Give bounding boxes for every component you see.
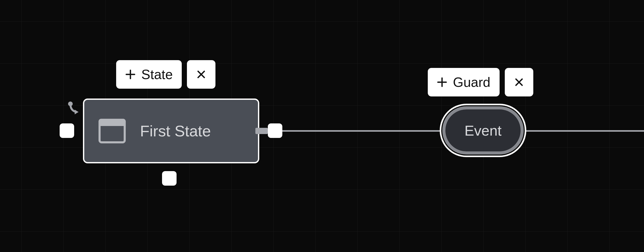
close-icon <box>196 69 206 80</box>
event-node-label: Event <box>464 122 501 139</box>
add-guard-label: Guard <box>453 74 491 90</box>
state-handle-bottom[interactable] <box>162 171 177 186</box>
initial-state-marker <box>67 101 82 117</box>
state-node[interactable]: First State <box>83 99 259 163</box>
state-handle-right[interactable] <box>268 123 282 138</box>
add-state-label: State <box>141 67 173 82</box>
state-output-port[interactable] <box>255 128 268 134</box>
delete-event-button[interactable] <box>505 68 533 96</box>
state-machine-canvas[interactable]: State First State <box>0 0 644 252</box>
state-handle-left[interactable] <box>60 123 74 138</box>
delete-state-button[interactable] <box>187 60 215 89</box>
add-guard-button[interactable]: Guard <box>428 68 500 96</box>
state-icon <box>99 119 126 143</box>
event-node[interactable]: Event <box>442 106 524 155</box>
svg-point-4 <box>68 102 73 106</box>
event-node-toolbar: Guard <box>428 68 533 96</box>
plus-icon <box>437 77 447 87</box>
close-icon <box>514 77 524 87</box>
state-node-label: First State <box>140 122 211 140</box>
state-node-toolbar: State <box>116 60 215 89</box>
add-state-button[interactable]: State <box>116 60 182 89</box>
plus-icon <box>125 69 136 80</box>
